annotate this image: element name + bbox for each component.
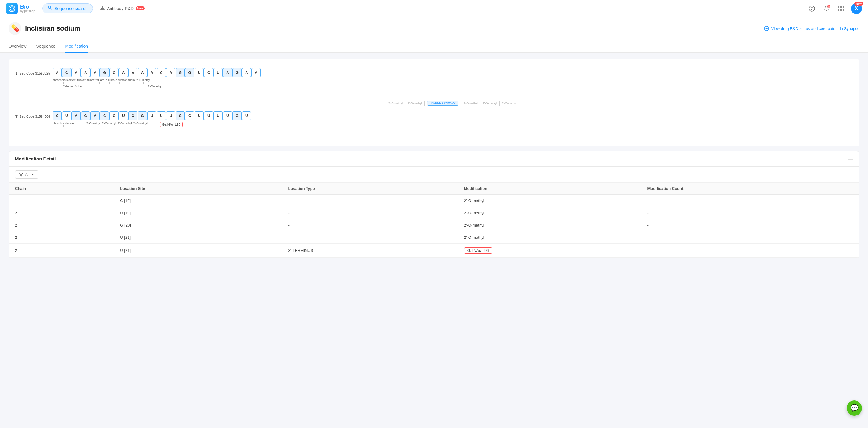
- collapse-icon[interactable]: —: [847, 155, 853, 162]
- cell-chain: 2: [9, 207, 114, 219]
- col-chain: Chain: [9, 182, 114, 195]
- header-right: 1 X New: [807, 3, 862, 14]
- nucleotide: U: [194, 111, 204, 120]
- synapse-link[interactable]: View drug R&D status and core patent in …: [764, 26, 860, 31]
- col-location-site: Location Site: [114, 182, 282, 195]
- cell-location-site: U [21]: [114, 231, 282, 244]
- nav-tab-antibody-rd[interactable]: Antibody R&D New: [95, 4, 150, 13]
- dna-rna-complex-area: 2'-O-methyl 2'-O-methyl DNA/RNA complex …: [51, 101, 853, 106]
- cell-location-type: 3'-TERMINUS: [282, 244, 458, 258]
- nucleotide: A: [166, 68, 175, 77]
- nucleotide: A: [90, 111, 99, 120]
- nucleotide: A: [119, 68, 128, 77]
- header: Bio by patsnap Sequence search Antibody …: [0, 0, 868, 17]
- notifications-icon-button[interactable]: 1: [822, 4, 831, 13]
- nucleotide: A: [138, 68, 147, 77]
- cell-chain: 2: [9, 219, 114, 231]
- seq-1-mods: phosphorothioate 2'-fluoro 2'-fluoro: [53, 79, 853, 84]
- cell-chain: 2: [9, 244, 114, 258]
- mod-2omethyl-seq2-1: 2'-O-methyl: [87, 122, 100, 125]
- mod-2omethyl-chain-label: 2'-O-methyl: [389, 102, 403, 105]
- filter-icon: [19, 172, 23, 177]
- nucleotide: A: [251, 68, 260, 77]
- nucleotide: G: [232, 111, 242, 120]
- nucleotide: G: [176, 68, 185, 77]
- svg-rect-7: [839, 9, 840, 11]
- sequence-diagram-area: [1] Seq Code 31593325 A C A A A G C A A: [8, 59, 860, 146]
- nucleotide: A: [53, 68, 62, 77]
- grid-icon-button[interactable]: [836, 4, 846, 13]
- main-content: [1] Seq Code 31593325 A C A A A G C A A: [0, 53, 868, 428]
- nucleotide: U: [157, 111, 166, 120]
- nucleotide: A: [81, 68, 90, 77]
- antibody-rd-icon: [100, 5, 105, 11]
- table-row: —C [19]—2'-O-methyl—: [9, 195, 859, 207]
- help-icon-button[interactable]: [807, 4, 817, 13]
- modification-detail-toolbar: All: [9, 167, 859, 182]
- chat-widget[interactable]: 💬: [847, 400, 862, 416]
- svg-rect-6: [842, 6, 843, 8]
- nucleotide: U: [166, 111, 175, 120]
- nucleotide: C: [62, 68, 71, 77]
- page-title: Inclisiran sodium: [25, 25, 80, 32]
- cell-modification-count: -: [641, 219, 859, 231]
- chevron-down-icon: [31, 173, 34, 176]
- antibody-rd-badge: New: [135, 6, 145, 10]
- mod-2fluoro-6: 2'-fluoro: [125, 79, 135, 82]
- nucleotide: C: [100, 111, 109, 120]
- cell-location-type: —: [282, 195, 458, 207]
- cell-location-site: U [21]: [114, 244, 282, 258]
- table-row: 2G [20]-2'-O-methyl-: [9, 219, 859, 231]
- mod-2fluoro-7: 2'-fluoro: [63, 85, 73, 88]
- cell-location-site: G [20]: [114, 219, 282, 231]
- cell-modification-count: -: [641, 231, 859, 244]
- nav-tab-sequence-search-label: Sequence search: [54, 6, 88, 11]
- seq-2-label: [2] Seq Code 31594604: [15, 115, 53, 118]
- cell-modification: 2'-O-methyl: [458, 207, 641, 219]
- cell-modification-count: -: [641, 244, 859, 258]
- mod-2fluoro-1: 2'-fluoro: [74, 79, 84, 82]
- galnac-modification-cell: GalNAc-L96: [464, 247, 492, 254]
- nucleotide: C: [109, 68, 119, 77]
- nav-tab-sequence-search[interactable]: Sequence search: [42, 3, 93, 13]
- nucleotide: G: [128, 111, 137, 120]
- col-modification: Modification: [458, 182, 641, 195]
- sub-tabs: Overview Sequence Modification: [0, 40, 868, 53]
- svg-rect-5: [839, 6, 840, 8]
- nav-tabs: Sequence search Antibody R&D New: [42, 3, 150, 13]
- filter-button[interactable]: All: [15, 170, 38, 178]
- svg-point-4: [811, 9, 812, 10]
- cell-location-type: -: [282, 231, 458, 244]
- svg-point-10: [766, 28, 767, 29]
- logo-icon: [6, 3, 18, 15]
- nucleotide: A: [71, 111, 81, 120]
- chat-widget-icon: 💬: [850, 404, 859, 412]
- mod-2fluoro-2: 2'-fluoro: [84, 79, 94, 82]
- svg-rect-8: [842, 9, 843, 11]
- notification-count-badge: 1: [827, 5, 831, 8]
- page-title-bar: 💊 Inclisiran sodium View drug R&D status…: [0, 17, 868, 40]
- cell-modification-count: -: [641, 207, 859, 219]
- svg-point-1: [48, 6, 51, 8]
- nucleotide: G: [81, 111, 90, 120]
- nucleotide: C: [53, 111, 62, 120]
- tab-modification[interactable]: Modification: [65, 40, 88, 53]
- seq-2-mods: phosphorothioate 2'-O-methyl 2'-O-methyl: [53, 122, 853, 130]
- table-row: 2U [21]3'-TERMINUSGalNAc-L96-: [9, 244, 859, 258]
- cell-modification: 2'-O-methyl: [458, 195, 641, 207]
- seq-1-nucleotides: A C A A A G C A A A A C A G G: [53, 68, 853, 77]
- tab-overview[interactable]: Overview: [8, 40, 26, 53]
- cell-location-type: -: [282, 219, 458, 231]
- mod-2omethyl-1: 2'-O-methyl: [136, 79, 150, 82]
- nucleotide: U: [214, 111, 223, 120]
- filter-label: All: [25, 172, 29, 177]
- seq-2-viz: [2] Seq Code 31594604 C U A G A C C U G: [15, 108, 853, 133]
- nucleotide: A: [242, 68, 251, 77]
- user-avatar[interactable]: X New: [851, 3, 862, 14]
- tab-sequence[interactable]: Sequence: [36, 40, 55, 53]
- nucleotide: G: [100, 68, 109, 77]
- mod-2omethyl-seq2-2: 2'-O-methyl: [102, 122, 116, 125]
- galnac-annotation-seq2: GalNAc-L96: [160, 122, 183, 127]
- nav-tab-antibody-rd-label: Antibody R&D: [107, 6, 134, 11]
- nucleotide: U: [214, 68, 223, 77]
